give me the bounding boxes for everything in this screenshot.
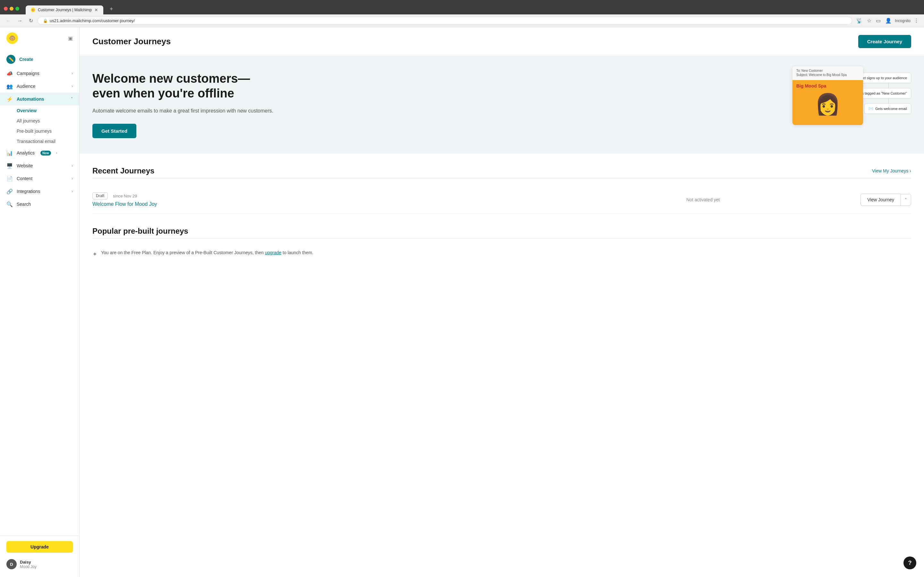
journey-name-link[interactable]: Welcome Flow for Mood Joy: [92, 201, 546, 207]
lock-icon: 🔒: [43, 19, 48, 23]
sidebar-item-content-label: Content: [17, 176, 32, 181]
journey-dropdown-button[interactable]: ˅: [901, 194, 911, 206]
star-icon: ✦: [92, 251, 97, 258]
popular-journeys-divider: [92, 238, 911, 239]
journey-info: Draft since Nov 29 Welcome Flow for Mood…: [92, 192, 546, 207]
step-3-label: Gets welcome email: [875, 107, 907, 111]
help-button[interactable]: ?: [903, 556, 916, 569]
view-journey-button[interactable]: View Journey: [861, 193, 901, 206]
bookmark-icon[interactable]: ☆: [866, 16, 873, 25]
email-to: To: New Customer: [796, 69, 859, 73]
analytics-chevron-icon: ›: [56, 151, 57, 155]
minimize-window-btn[interactable]: [10, 7, 13, 11]
tab-close-btn[interactable]: ✕: [94, 7, 98, 13]
sidebar-item-audience[interactable]: 👥 Audience ›: [0, 80, 79, 93]
get-started-button[interactable]: Get Started: [92, 124, 136, 138]
email-icon: ✉️: [869, 106, 873, 111]
free-plan-notice-end: to launch them.: [283, 250, 313, 255]
sidebar-item-search-label: Search: [17, 201, 31, 207]
sidebar-item-integrations-label: Integrations: [17, 189, 40, 194]
sidebar-item-automations[interactable]: ⚡ Automations ˅: [0, 93, 79, 105]
address-bar[interactable]: 🔒 us21.admin.mailchimp.com/customer-jour…: [37, 17, 852, 25]
sidebar: 🐵 ▣ ✏️ Create 📣 Campaigns › 👥 Audience ›: [0, 27, 79, 577]
sidebar-item-automations-label: Automations: [17, 97, 44, 102]
reload-btn[interactable]: ↻: [27, 16, 35, 25]
hero-content: Welcome new customers—even when you're o…: [92, 71, 783, 138]
journey-actions: View Journey ˅: [861, 193, 911, 206]
user-org: Mood Joy: [20, 564, 37, 569]
close-window-btn[interactable]: [4, 7, 8, 11]
sidebar-item-integrations[interactable]: 🔗 Integrations ›: [0, 185, 79, 198]
popular-journeys-title: Popular pre-built journeys: [92, 227, 911, 235]
spa-name: Big Mood Spa: [796, 83, 826, 89]
website-icon: 🖥️: [6, 163, 13, 169]
audience-chevron-icon: ›: [71, 84, 73, 89]
page-title: Customer Journeys: [92, 37, 171, 47]
sidebar-item-content[interactable]: 📄 Content ›: [0, 172, 79, 185]
create-icon: ✏️: [6, 55, 15, 64]
create-journey-button[interactable]: Create Journey: [858, 35, 911, 48]
sidebar-item-analytics[interactable]: 📊 Analytics New ›: [0, 147, 79, 159]
main-header: Customer Journeys Create Journey: [79, 27, 924, 56]
journey-draft-badge: Draft: [92, 192, 108, 199]
campaigns-icon: 📣: [6, 70, 13, 77]
back-btn[interactable]: ←: [4, 17, 13, 25]
sidebar-item-all-journeys[interactable]: All journeys: [17, 116, 79, 126]
sidebar-item-search[interactable]: 🔍 Search: [0, 198, 79, 211]
sidebar-item-create-label: Create: [19, 57, 33, 62]
sidebar-toggle-btn[interactable]: ▣: [68, 35, 73, 41]
forward-btn[interactable]: →: [15, 17, 24, 25]
free-plan-notice: ✦ You are on the Free Plan. Enjoy a prev…: [92, 245, 911, 263]
journey-status: Not activated yet: [552, 197, 855, 202]
sidebar-item-audience-label: Audience: [17, 84, 35, 89]
recent-journeys-divider: [92, 178, 911, 178]
sidebar-item-website-label: Website: [17, 163, 33, 168]
sidebar-toggle-browser-icon[interactable]: ▭: [875, 16, 882, 25]
incognito-label: Incognito: [895, 19, 911, 23]
more-options-icon[interactable]: ⋮: [913, 16, 920, 25]
mailchimp-logo[interactable]: 🐵: [6, 32, 18, 44]
cast-icon[interactable]: 📡: [855, 16, 864, 25]
hero-subtitle: Automate welcome emails to make a great …: [92, 107, 783, 115]
profile-icon[interactable]: 👤: [884, 16, 893, 25]
upgrade-link[interactable]: upgrade: [265, 250, 281, 255]
person-emoji: 👩: [815, 92, 841, 116]
free-plan-notice-text: You are on the Free Plan. Enjoy a previe…: [101, 250, 264, 255]
sidebar-item-campaigns[interactable]: 📣 Campaigns ›: [0, 67, 79, 80]
upgrade-button[interactable]: Upgrade: [6, 541, 73, 553]
analytics-icon: 📊: [6, 150, 13, 156]
active-browser-tab[interactable]: 🐵 Customer Journeys | Mailchimp ✕: [26, 5, 103, 15]
recent-journeys-header: Recent Journeys View My Journeys ›: [92, 166, 911, 175]
sidebar-item-create[interactable]: ✏️ Create: [0, 52, 79, 67]
content-icon: 📄: [6, 175, 13, 182]
integrations-chevron-icon: ›: [71, 189, 73, 193]
view-all-journeys-link[interactable]: View My Journeys ›: [872, 168, 911, 173]
analytics-new-badge: New: [40, 151, 51, 155]
popular-journeys-section: Popular pre-built journeys ✦ You are on …: [79, 227, 924, 276]
sidebar-item-transactional-email[interactable]: Transactional email: [17, 136, 79, 147]
email-subject: Subject: Welcome to Big Mood Spa: [796, 73, 859, 77]
step-2-label: Is tagged as "New Customer": [861, 91, 907, 95]
user-details: Daisy Mood Joy: [20, 560, 37, 569]
journey-step-3: ✉️ Gets welcome email: [864, 103, 911, 114]
search-icon: 🔍: [6, 201, 13, 207]
email-preview-card: To: New Customer Subject: Welcome to Big…: [792, 66, 863, 125]
maximize-window-btn[interactable]: [15, 7, 19, 11]
sidebar-item-analytics-label: Analytics: [17, 150, 35, 155]
address-text: us21.admin.mailchimp.com/customer-journe…: [50, 18, 135, 23]
sidebar-logo-area: 🐵 ▣: [0, 27, 79, 49]
audience-icon: 👥: [6, 83, 13, 89]
automations-subnav: Overview All journeys Pre-built journeys…: [0, 105, 79, 147]
journey-since: since Nov 29: [113, 193, 137, 198]
email-preview-header: To: New Customer Subject: Welcome to Big…: [792, 66, 863, 80]
sidebar-item-pre-built-journeys[interactable]: Pre-built journeys: [17, 126, 79, 136]
sidebar-nav: ✏️ Create 📣 Campaigns › 👥 Audience › ⚡ A…: [0, 49, 79, 536]
sidebar-item-overview[interactable]: Overview: [17, 105, 79, 116]
new-tab-btn[interactable]: +: [105, 4, 118, 15]
sidebar-item-website[interactable]: 🖥️ Website ›: [0, 159, 79, 172]
hero-visual: To: New Customer Subject: Welcome to Big…: [796, 73, 911, 137]
tab-favicon: 🐵: [31, 8, 35, 12]
tab-title: Customer Journeys | Mailchimp: [38, 8, 92, 12]
campaigns-chevron-icon: ›: [71, 71, 73, 76]
hero-section: Welcome new customers—even when you're o…: [79, 56, 924, 153]
